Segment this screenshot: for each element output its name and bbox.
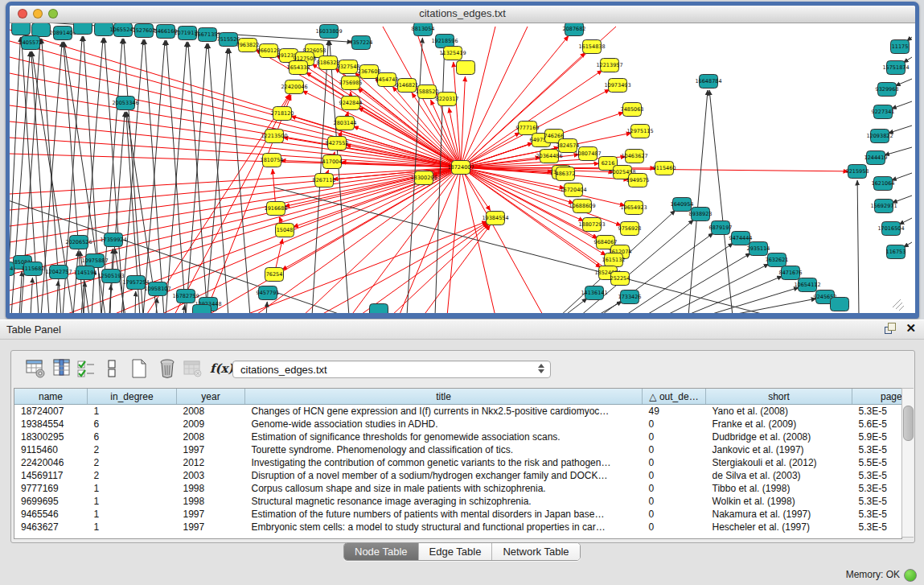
table-row[interactable]: 1872400712008Changes of HCN gene express… <box>14 405 902 418</box>
window-resize-grip[interactable] <box>893 299 904 311</box>
graph-node-label: 16782759 <box>172 293 199 299</box>
table-row[interactable]: 946362711997Embryonic stem cells: a mode… <box>14 521 902 534</box>
table-cell: 5.3E-5 <box>852 495 903 508</box>
select-rows-check-icon[interactable] <box>76 358 97 379</box>
column-header-out_de[interactable]: △ out_de… <box>643 389 706 405</box>
graph-edge <box>206 48 228 313</box>
graph-edge <box>183 305 185 313</box>
graph-node-label: 3756985 <box>339 80 363 86</box>
graph-node-label: 15751874 <box>882 64 909 71</box>
function-builder-icon[interactable]: f(x) <box>210 361 234 376</box>
graph-edge <box>891 173 912 180</box>
table-cell: 1998 <box>177 482 245 495</box>
column-header-year[interactable]: year <box>177 389 245 405</box>
column-header-in_degree[interactable]: in_degree <box>88 389 177 405</box>
combo-selected-value: citations_edges.txt <box>240 364 327 376</box>
graph-node[interactable] <box>831 298 849 311</box>
graph-node-label: 9474444 <box>729 235 753 241</box>
graph-edge <box>359 223 488 313</box>
graph-node[interactable] <box>370 304 388 314</box>
table-cell: Jankovic et al. (1997) <box>706 443 852 456</box>
table-row[interactable]: 2242004622012Investigating the contribut… <box>14 456 902 469</box>
graph-node-label: 2367608 <box>358 68 381 75</box>
memory-status-indicator[interactable] <box>904 569 917 582</box>
table-cell: 2012 <box>177 456 245 469</box>
graph-node-label: 2405572 <box>19 39 43 46</box>
column-header-pagerank[interactable]: pagerank <box>852 389 903 405</box>
table-cell: 0 <box>643 456 706 469</box>
network-graph: 2405572208914061065524715276028466160107… <box>10 23 914 313</box>
graph-node-label: 1621064 <box>872 180 895 187</box>
table-row[interactable]: 969969511998Structural magnetic resonanc… <box>14 495 902 508</box>
graph-node-label: 12213500 <box>261 133 287 139</box>
table-row[interactable]: 911546021997Tourette syndrome. Phenomeno… <box>14 443 902 456</box>
graph-node[interactable] <box>457 61 475 75</box>
graph-node-label: 19384554 <box>482 215 508 221</box>
column-header-title[interactable]: title <box>245 389 643 405</box>
graph-edge <box>892 196 912 203</box>
graph-node-label: 8813054 <box>412 26 435 32</box>
table-header-row: namein_degreeyeartitle△ out_de…shortpage… <box>14 389 902 405</box>
graph-node-label: 22420046 <box>281 84 307 90</box>
table-cell: 5.3E-5 <box>852 405 903 418</box>
table-row[interactable]: 1938455462009Genome-wide association stu… <box>14 418 902 431</box>
tab-network-table[interactable]: Network Table <box>492 543 579 560</box>
graph-node-label: 9684067 <box>594 239 618 245</box>
combo-arrows-icon <box>538 364 545 373</box>
graph-node-label: 3824574 <box>556 142 580 149</box>
graph-node-label: 6879197 <box>709 225 733 231</box>
table-row[interactable]: 1456911722003Disruption of a novel membe… <box>14 469 902 482</box>
graph-node-label: 9227341 <box>872 109 895 115</box>
graph-node-label: 7485063 <box>621 106 644 113</box>
graph-node-label: 746266 <box>544 133 565 139</box>
delete-trash-icon[interactable] <box>157 358 178 379</box>
column-header-short[interactable]: short <box>706 389 852 405</box>
graph-node[interactable] <box>74 23 92 35</box>
table-cell: Disruption of a novel member of a sodium… <box>245 469 643 482</box>
table-row[interactable]: 1830029562008Estimation of significance … <box>14 431 902 443</box>
graph-node-label: 15048 <box>277 227 294 233</box>
tab-edge-table[interactable]: Edge Table <box>419 543 493 560</box>
table-cell: 22420046 <box>14 456 88 469</box>
graph-node[interactable] <box>12 23 31 35</box>
table-cell: 0 <box>643 443 706 456</box>
select-column-icon[interactable] <box>51 358 72 379</box>
table-vertical-scrollbar[interactable] <box>901 388 914 538</box>
graph-node-label: 12975115 <box>626 128 653 134</box>
table-cell: 0 <box>643 521 706 534</box>
graph-edge <box>709 90 733 313</box>
table-cell: 1 <box>88 405 177 418</box>
table-row[interactable]: 946554611997Estimation of the future num… <box>14 508 902 521</box>
table-cell: 0 <box>643 431 706 443</box>
table-cell: 5.3E-5 <box>852 521 903 534</box>
graph-node[interactable] <box>32 23 51 37</box>
network-window-titlebar[interactable]: citations_edges.txt <box>10 6 915 23</box>
table-cell: Yano et al. (2008) <box>706 405 852 418</box>
graph-node-label: 7357224 <box>350 39 373 46</box>
table-settings-icon[interactable] <box>25 358 46 379</box>
graph-node-label: 16720404 <box>560 187 586 193</box>
graph-node-label: 16033809 <box>315 28 342 35</box>
network-window-title: citations_edges.txt <box>10 7 915 19</box>
table-cell: Structural magnetic resonance image aver… <box>245 495 643 508</box>
table-cell: 2 <box>88 469 177 482</box>
graph-edge <box>188 42 207 313</box>
graph-node[interactable] <box>193 305 211 314</box>
float-panel-icon[interactable] <box>885 323 896 334</box>
graph-edge <box>31 278 32 313</box>
graph-edge <box>704 287 799 313</box>
tab-node-table[interactable]: Node Table <box>344 543 419 560</box>
graph-node-label: 1949575 <box>626 177 650 183</box>
table-row[interactable]: 977716911998Corpus callosum shape and si… <box>14 482 902 495</box>
column-header-name[interactable]: name <box>14 389 88 405</box>
network-view-window: citations_edges.txt 24055722089140610655… <box>6 2 919 319</box>
network-canvas[interactable]: 2405572208914061065524715276028466160107… <box>10 23 915 313</box>
merge-rows-icon[interactable] <box>101 358 122 379</box>
table-cell: Corpus callosum shape and size in male p… <box>245 482 643 495</box>
table-selector-combobox[interactable]: citations_edges.txt <box>232 360 551 378</box>
graph-edge <box>73 251 78 313</box>
scrollbar-thumb[interactable] <box>903 406 914 441</box>
close-panel-icon[interactable]: ✕ <box>906 323 916 334</box>
table-cell: Estimation of the future numbers of pati… <box>245 508 643 521</box>
new-table-icon[interactable] <box>129 358 150 379</box>
